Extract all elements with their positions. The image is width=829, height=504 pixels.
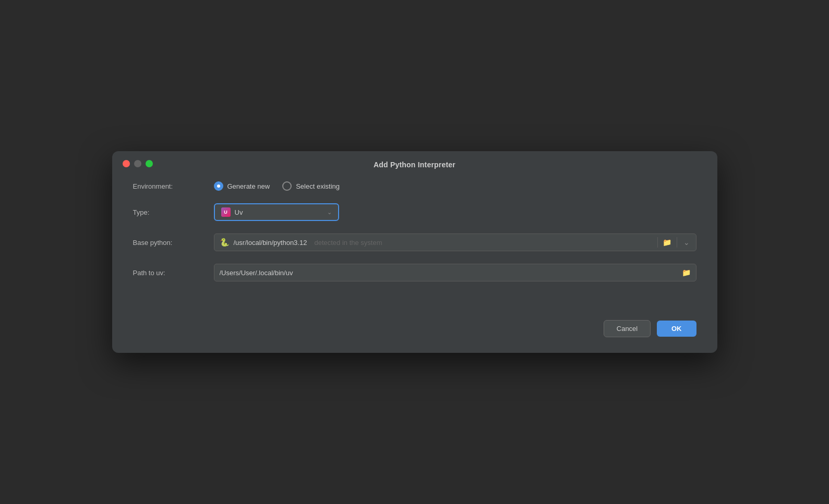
browse-folder-button[interactable]: 📁 bbox=[658, 233, 677, 251]
window-controls bbox=[123, 160, 153, 167]
base-python-row: Base python: 🐍 /usr/local/bin/python3.12… bbox=[133, 233, 696, 251]
uv-icon-letter: U bbox=[224, 210, 227, 215]
type-value-label: Uv bbox=[235, 208, 243, 216]
close-button[interactable] bbox=[123, 160, 130, 167]
base-python-label: Base python: bbox=[133, 239, 214, 247]
environment-radio-group: Generate new Select existing bbox=[214, 181, 340, 191]
python-hint-text: detected in the system bbox=[314, 239, 382, 247]
type-select-left: U Uv bbox=[221, 207, 243, 217]
chevron-down-icon: ⌄ bbox=[327, 209, 332, 216]
type-select-dropdown[interactable]: U Uv ⌄ bbox=[214, 203, 339, 221]
python-field-main: 🐍 /usr/local/bin/python3.12 detected in … bbox=[214, 238, 657, 247]
python-emoji-icon: 🐍 bbox=[220, 238, 230, 247]
path-folder-icon: 📁 bbox=[682, 268, 691, 277]
chevron-down-icon-2: ⌄ bbox=[683, 238, 690, 247]
dropdown-arrow-button[interactable]: ⌄ bbox=[677, 233, 696, 251]
radio-select-existing[interactable]: Select existing bbox=[282, 181, 340, 191]
python-path-text: /usr/local/bin/python3.12 bbox=[234, 239, 307, 247]
dialog-footer: Cancel OK bbox=[112, 310, 717, 353]
path-browse-button[interactable]: 📁 bbox=[677, 264, 696, 281]
minimize-button[interactable] bbox=[134, 160, 141, 167]
path-to-uv-label: Path to uv: bbox=[133, 269, 214, 277]
base-python-field: 🐍 /usr/local/bin/python3.12 detected in … bbox=[214, 233, 696, 251]
radio-generate-new-circle[interactable] bbox=[214, 181, 223, 191]
radio-select-existing-circle[interactable] bbox=[282, 181, 292, 191]
radio-generate-new[interactable]: Generate new bbox=[214, 181, 270, 191]
environment-row: Environment: Generate new Select existin… bbox=[133, 181, 696, 191]
cancel-button[interactable]: Cancel bbox=[604, 320, 651, 337]
dialog-title: Add Python Interpreter bbox=[374, 161, 455, 169]
radio-generate-new-label: Generate new bbox=[227, 182, 270, 190]
title-bar: Add Python Interpreter bbox=[112, 151, 717, 176]
type-row: Type: U Uv ⌄ bbox=[133, 203, 696, 221]
path-to-uv-field: 📁 bbox=[214, 264, 696, 281]
radio-select-existing-label: Select existing bbox=[296, 182, 340, 190]
maximize-button[interactable] bbox=[146, 160, 153, 167]
ok-button[interactable]: OK bbox=[657, 321, 696, 337]
add-python-interpreter-dialog: Add Python Interpreter Environment: Gene… bbox=[112, 151, 717, 353]
path-to-uv-row: Path to uv: 📁 bbox=[133, 264, 696, 281]
path-to-uv-input[interactable] bbox=[214, 269, 677, 277]
dialog-content: Environment: Generate new Select existin… bbox=[112, 176, 717, 310]
environment-label: Environment: bbox=[133, 182, 214, 190]
type-label: Type: bbox=[133, 208, 214, 216]
uv-icon: U bbox=[221, 207, 231, 217]
folder-icon: 📁 bbox=[663, 238, 671, 247]
